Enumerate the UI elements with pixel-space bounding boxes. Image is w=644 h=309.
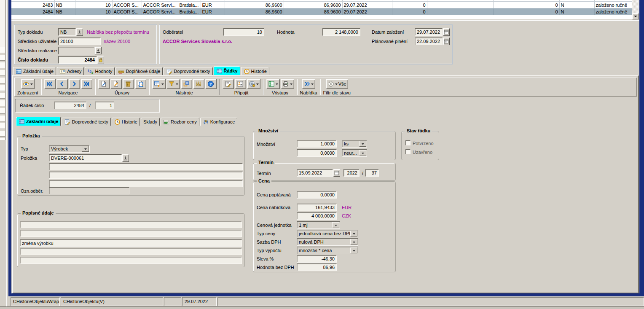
mnozstvi-field[interactable]: 1,0000 — [297, 140, 337, 148]
cena-nabidkova-czk-field[interactable]: 4 000,0000 — [297, 212, 337, 220]
jednotka-alt-combo[interactable]: neur... — [342, 149, 367, 157]
grid-row[interactable]: 2484NB10ACCOR S...ACCOR Servi...Bratisla… — [11, 8, 632, 15]
combo-arrow-button[interactable] — [359, 141, 366, 147]
svg-text:3: 3 — [91, 71, 94, 75]
hodnota-bez-dph-field[interactable]: 86,96 — [297, 263, 337, 271]
filter-button[interactable] — [166, 79, 180, 89]
offer-actions-button[interactable] — [302, 79, 315, 89]
popis-line-4[interactable] — [20, 248, 242, 255]
price-analysis-icon — [163, 119, 169, 125]
new-record-button[interactable] — [98, 79, 110, 89]
grid-vertical-scrollbar[interactable] — [632, 0, 639, 19]
dropdown-arrow-icon — [335, 225, 337, 228]
stredisko-realizace-pick-button[interactable] — [95, 47, 102, 54]
cenova-jednotka-combo[interactable]: 1 mj — [297, 221, 340, 229]
planovane-plneni-field[interactable]: 22.09.2022 — [415, 38, 443, 45]
tab-hodnoty[interactable]: 123 Hodnoty — [85, 67, 115, 75]
termin-week-field[interactable]: 37 — [365, 169, 379, 177]
export-excel-button[interactable] — [266, 79, 280, 89]
datum-zalozeni-field[interactable]: 29.07.2022 — [415, 28, 443, 36]
records-table[interactable]: 2483NB10ACCOR S...ACCOR Servi...Bratisla… — [11, 0, 632, 15]
edit-record-button[interactable] — [110, 79, 122, 89]
cislo-dokladu-field[interactable]: 2484 — [58, 56, 97, 64]
datum-zalozeni-calendar-button[interactable] — [443, 28, 450, 36]
tab-adresy[interactable]: Adresy — [57, 67, 84, 75]
tab-doprovodne-texty[interactable]: Doprovodné texty — [164, 67, 212, 75]
combo-arrow-button[interactable] — [350, 247, 357, 253]
scroll-down-button[interactable] — [632, 13, 639, 19]
dock-strip-segments[interactable] — [0, 47, 5, 140]
combo-arrow-button[interactable] — [332, 222, 339, 228]
lock-button[interactable] — [97, 56, 104, 64]
popis-line-5[interactable] — [20, 257, 242, 264]
view-options-button[interactable] — [21, 79, 35, 89]
polozka-pick-button[interactable] — [122, 154, 129, 162]
combo-arrow-button[interactable] — [359, 150, 366, 156]
cena-nabidkova-field[interactable]: 161,9433 — [297, 204, 337, 211]
hodnota-field[interactable]: 2 148,0000 — [322, 28, 360, 36]
grid-row[interactable]: 2483NB10ACCOR S...ACCOR Servi...Bratisla… — [11, 2, 632, 8]
polozka-name-line-3[interactable] — [49, 180, 243, 187]
next-record-button[interactable] — [69, 79, 80, 89]
stredisko-uzivatele-field[interactable]: 20100 — [58, 38, 101, 45]
popis-line-1[interactable] — [20, 221, 242, 228]
document-header-panel: Typ dokladu NB Nabídka bez přepočtu term… — [14, 24, 157, 64]
radek-cislo-field[interactable]: 2484 — [54, 102, 86, 109]
radek-page-field[interactable]: 1 — [95, 102, 114, 109]
print-button[interactable] — [281, 79, 294, 89]
sazba-dph-combo[interactable]: nulová DPH — [297, 238, 358, 246]
table-filter-button[interactable] — [152, 79, 166, 89]
typ-combo[interactable]: Výrobek — [49, 145, 90, 153]
cena-poptavana-field[interactable]: 0,0000 — [297, 191, 337, 199]
typ-dokladu-pick-button[interactable] — [76, 28, 83, 36]
table-icon — [16, 68, 22, 75]
status-filter-button[interactable]: Vše — [326, 79, 348, 89]
stredisko-realizace-field[interactable] — [58, 47, 94, 54]
typ-ceny-combo[interactable]: jednotková cena bez DPH — [297, 230, 358, 237]
mnozstvi-alt-field[interactable]: 0,0000 — [297, 149, 337, 157]
records-grid[interactable]: 2483NB10ACCOR S...ACCOR Servi...Bratisla… — [11, 0, 632, 19]
attach-checklist-button[interactable] — [235, 79, 246, 89]
jednotka-combo[interactable]: ks — [342, 140, 367, 148]
polozka-field[interactable]: DVERE-000061 — [49, 154, 122, 162]
subtab-historie[interactable]: Historie — [112, 118, 140, 126]
tab-zakladni-udaje[interactable]: Základní údaje — [13, 67, 56, 75]
combo-arrow-button[interactable] — [350, 239, 357, 245]
settings-button[interactable] — [193, 79, 204, 89]
popis-line-3[interactable]: změna výrobku — [20, 239, 242, 247]
sleva-field[interactable]: -46,30 — [297, 255, 337, 263]
odberatel-field[interactable]: 10 — [223, 28, 264, 36]
tab-radky[interactable]: Řádky — [214, 66, 240, 75]
planovane-plneni-calendar-button[interactable] — [443, 38, 450, 45]
subtab-rozbor-ceny[interactable]: Rozbor ceny — [161, 118, 199, 126]
polozka-name-line-1[interactable] — [49, 163, 243, 170]
tab-historie[interactable]: Historie — [241, 67, 269, 75]
subtab-doprovodne-texty[interactable]: Doprovodné texty — [62, 118, 110, 126]
previous-record-button[interactable] — [56, 79, 68, 89]
last-record-button[interactable] — [81, 79, 92, 89]
typ-vypoctu-combo[interactable]: množství * cena — [297, 247, 358, 254]
potvrzeno-checkbox[interactable] — [405, 140, 411, 145]
ozn-odber-field[interactable] — [49, 187, 129, 194]
subtab-sklady[interactable]: Sklady — [141, 118, 160, 126]
popis-line-2[interactable] — [20, 230, 242, 237]
delete-record-button[interactable] — [123, 79, 134, 89]
uzavreno-checkbox[interactable] — [405, 149, 411, 154]
attach-note-button[interactable] — [223, 79, 234, 89]
termin-date-field[interactable]: 15.09.2022 — [297, 169, 333, 177]
copy-record-button[interactable] — [135, 79, 146, 89]
combo-arrow-button[interactable] — [350, 231, 357, 236]
polozka-name-line-2[interactable] — [49, 172, 243, 179]
typ-dokladu-field[interactable]: NB — [58, 28, 76, 36]
subtab-konfigurace[interactable]: Konfigurace — [200, 118, 238, 126]
row-number-box: Řádek číslo 2484 / 1 — [15, 99, 159, 112]
link-button[interactable] — [181, 79, 192, 89]
combo-arrow-button[interactable] — [82, 146, 89, 152]
attach-media-button[interactable] — [247, 79, 260, 89]
help-button[interactable]: ? — [205, 79, 217, 89]
first-record-button[interactable] — [44, 79, 56, 89]
termin-year-field[interactable]: 2022 — [343, 169, 360, 177]
termin-calendar-button[interactable] — [333, 169, 340, 177]
tab-doplnkove-udaje[interactable]: Doplňkové údaje — [115, 67, 163, 75]
subtab-zakladni-udaje[interactable]: Základní údaje — [16, 117, 61, 126]
